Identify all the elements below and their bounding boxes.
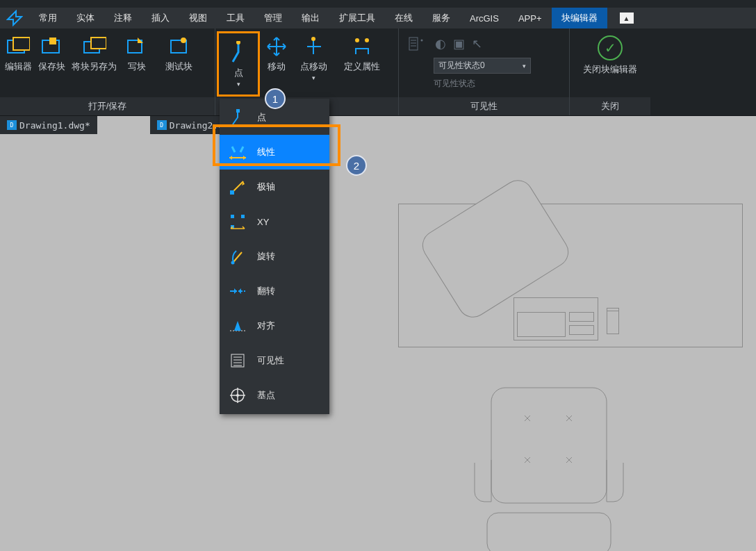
dropdown-item-rotate-label: 旋转 xyxy=(257,250,275,263)
point-param-dropdown-button[interactable]: 点 ▾ xyxy=(217,31,260,97)
tab-block-editor[interactable]: 块编辑器 xyxy=(552,8,607,28)
dropdown-item-linear-label: 线性 xyxy=(257,146,275,158)
svg-rect-18 xyxy=(241,215,245,218)
callout-2: 2 xyxy=(346,155,367,176)
tab-app-plus[interactable]: APP+ xyxy=(509,8,552,28)
svg-rect-1 xyxy=(13,38,30,50)
ribbon-tab-bar: 常用 实体 注释 插入 视图 工具 管理 输出 扩展工具 在线 服务 ArcGI… xyxy=(0,8,756,28)
dropdown-item-polar[interactable]: 极轴 xyxy=(220,170,329,204)
file-tab-drawing2[interactable]: D Drawing2.d xyxy=(150,116,231,134)
point-param-icon xyxy=(225,40,252,65)
svg-rect-5 xyxy=(91,38,106,49)
editor-icon xyxy=(5,34,31,59)
tab-annotate[interactable]: 注释 xyxy=(104,8,142,28)
svg-point-14 xyxy=(421,40,423,42)
define-attribute-button[interactable]: 定义属性 xyxy=(338,31,386,76)
save-block-as-label: 将块另存为 xyxy=(72,60,117,73)
point-param-dropdown-menu: 点 线性 极轴 XY 旋转 翻转 对齐 xyxy=(220,99,329,414)
save-block-label: 保存块 xyxy=(38,60,65,73)
write-block-button[interactable]: 写块 xyxy=(120,31,154,76)
dropdown-item-align-label: 对齐 xyxy=(257,320,275,332)
ribbon-group-visibility-label: 可见性 xyxy=(399,97,569,115)
base-point-icon xyxy=(228,386,247,405)
tab-solid[interactable]: 实体 xyxy=(67,8,104,28)
svg-point-11 xyxy=(355,38,359,42)
editor-button[interactable]: 编辑器 xyxy=(1,31,35,76)
tab-services[interactable]: 服务 xyxy=(422,8,460,28)
tab-tools[interactable]: 工具 xyxy=(217,8,254,28)
visibility-list-icon xyxy=(228,351,247,370)
test-block-button[interactable]: 测试块 xyxy=(158,31,199,76)
ribbon: 编辑器 保存块 将块另存为 写块 xyxy=(0,28,756,116)
point-param-label: 点 xyxy=(234,67,243,79)
dropdown-item-visibility-label: 可见性 xyxy=(257,354,284,367)
vis-hide-icon[interactable]: ▣ xyxy=(453,36,465,51)
test-block-icon xyxy=(165,34,192,59)
dropdown-item-base-label: 基点 xyxy=(257,389,275,402)
dropdown-item-flip[interactable]: 翻转 xyxy=(220,274,329,309)
save-block-icon xyxy=(38,34,65,59)
check-circle-icon: ✓ xyxy=(598,35,623,60)
tab-insert[interactable]: 插入 xyxy=(142,8,179,28)
chevron-down-icon: ▾ xyxy=(237,81,240,88)
visibility-state-select[interactable]: 可见性状态0 ▾ xyxy=(434,58,531,74)
dropdown-item-align[interactable]: 对齐 xyxy=(220,309,329,343)
dropdown-item-base[interactable]: 基点 xyxy=(220,378,329,413)
tab-online[interactable]: 在线 xyxy=(385,8,422,28)
point-move-label: 点移动 xyxy=(300,60,327,73)
document-tabs: D Drawing1.dwg* D Drawing2.d xyxy=(0,116,756,134)
write-block-label: 写块 xyxy=(128,60,146,73)
svg-rect-13 xyxy=(409,38,418,50)
save-block-button[interactable]: 保存块 xyxy=(35,31,68,76)
ribbon-group-open-save-label: 打开/保存 xyxy=(0,97,215,115)
drawing-canvas[interactable] xyxy=(0,134,756,551)
test-block-label: 测试块 xyxy=(165,60,192,73)
editor-label: 编辑器 xyxy=(5,60,32,73)
dropdown-item-visibility[interactable]: 可见性 xyxy=(220,343,329,378)
chevron-down-icon: ▾ xyxy=(523,63,526,69)
dropdown-item-xy[interactable]: XY xyxy=(220,204,329,239)
svg-rect-17 xyxy=(231,215,234,218)
visibility-list-icon xyxy=(407,34,427,54)
dropdown-item-linear[interactable]: 线性 xyxy=(220,135,329,170)
flip-icon xyxy=(228,281,247,301)
callout-1: 1 xyxy=(265,88,286,109)
quick-access-toolbar xyxy=(0,0,756,8)
dropdown-item-polar-label: 极轴 xyxy=(257,181,275,193)
save-block-as-button[interactable]: 将块另存为 xyxy=(68,31,120,76)
tab-manage[interactable]: 管理 xyxy=(254,8,292,28)
vis-cursor-icon[interactable]: ↖ xyxy=(472,36,482,51)
tab-arcgis[interactable]: ArcGIS xyxy=(460,8,509,28)
file-tab-2-label: Drawing2.d xyxy=(170,120,224,131)
svg-point-8 xyxy=(181,38,186,43)
dropdown-item-rotate[interactable]: 旋转 xyxy=(220,239,329,274)
visibility-tool-icons: ◐ ▣ ↖ xyxy=(435,36,482,51)
tab-ext-tools[interactable]: 扩展工具 xyxy=(329,8,385,28)
write-block-icon xyxy=(124,34,150,59)
svg-point-10 xyxy=(311,37,315,41)
dropdown-item-xy-label: XY xyxy=(257,217,269,227)
vis-show-icon[interactable]: ◐ xyxy=(435,36,446,51)
polar-icon xyxy=(228,177,247,197)
dropdown-item-flip-label: 翻转 xyxy=(257,285,275,297)
svg-rect-16 xyxy=(230,190,234,195)
linear-icon xyxy=(228,142,247,162)
move-button[interactable]: 移动 xyxy=(260,31,293,76)
svg-rect-3 xyxy=(49,38,56,44)
tab-view[interactable]: 视图 xyxy=(179,8,217,28)
tab-common[interactable]: 常用 xyxy=(29,8,67,28)
point-move-icon xyxy=(300,34,327,59)
file-tab-drawing1[interactable]: D Drawing1.dwg* xyxy=(0,116,97,134)
close-block-editor-button[interactable]: ✓ 关闭块编辑器 xyxy=(569,31,651,76)
svg-point-12 xyxy=(365,38,369,42)
svg-rect-15 xyxy=(236,109,240,113)
svg-point-9 xyxy=(236,41,240,44)
close-block-editor-label: 关闭块编辑器 xyxy=(583,63,637,76)
point-move-button[interactable]: 点移动 ▾ xyxy=(293,31,334,84)
tab-output[interactable]: 输出 xyxy=(292,8,329,28)
minimize-ribbon-button[interactable]: ▲ xyxy=(620,13,634,24)
xy-icon xyxy=(228,212,247,231)
define-attribute-label: 定义属性 xyxy=(344,60,380,73)
move-label: 移动 xyxy=(268,60,286,73)
move-icon xyxy=(263,34,290,59)
